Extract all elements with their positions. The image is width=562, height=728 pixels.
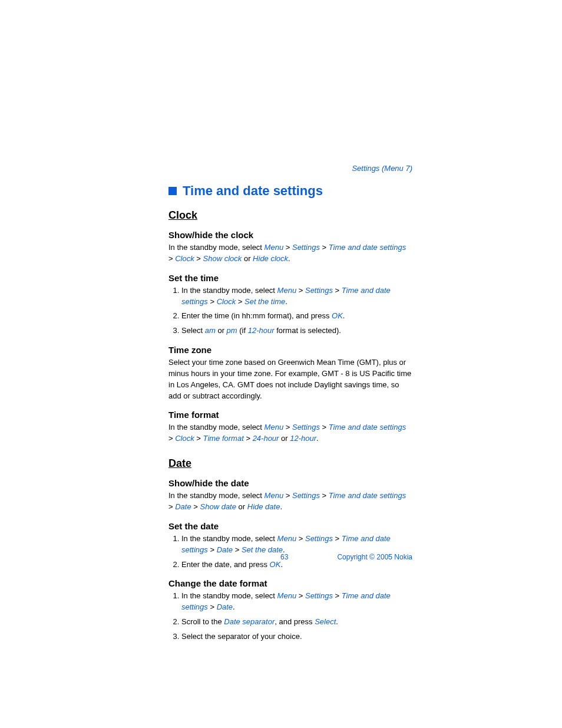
menu-path-item: Settings <box>292 491 320 500</box>
menu-path-item: Hide clock <box>253 254 288 263</box>
text: > <box>320 243 329 252</box>
text: . <box>336 617 338 626</box>
subheading-change-date-format: Change the date format <box>168 578 412 588</box>
text: or <box>216 326 227 335</box>
menu-path-item: Set the time <box>244 297 285 306</box>
text: > <box>208 602 217 611</box>
text: . <box>343 311 345 320</box>
subheading-show-hide-date: Show/hide the date <box>168 478 412 488</box>
text: > <box>296 534 305 543</box>
menu-path-item: Clock <box>217 297 236 306</box>
text: > <box>296 286 305 295</box>
text: (if <box>237 326 248 335</box>
subheading-show-hide-clock: Show/hide the clock <box>168 230 412 240</box>
text: Select <box>181 326 205 335</box>
subheading-time-format: Time format <box>168 410 412 420</box>
text: > <box>168 502 175 511</box>
menu-path-item: Time and date settings <box>329 491 406 500</box>
subheading-time-zone: Time zone <box>168 345 412 355</box>
text: > <box>168 254 175 263</box>
subheading-set-time: Set the time <box>168 273 412 283</box>
menu-path-item: Time and date settings <box>329 423 406 431</box>
menu-path-item: Clock <box>175 434 194 443</box>
text: > <box>320 423 329 431</box>
step-item: Select the separator of your choice. <box>181 631 412 643</box>
text: > <box>333 591 342 600</box>
step-item: In the standby mode, select Menu > Setti… <box>181 285 412 308</box>
steps-set-time: In the standby mode, select Menu > Setti… <box>168 285 412 337</box>
menu-path-item: Clock <box>175 254 194 263</box>
para-time-zone: Select your time zone based on Greenwich… <box>168 357 412 401</box>
menu-path-item: Time format <box>203 434 244 443</box>
step-item: In the standby mode, select Menu > Setti… <box>181 533 412 556</box>
menu-path-item: am <box>205 326 216 335</box>
menu-path-item: Settings <box>292 423 320 431</box>
menu-path-item: pm <box>227 326 237 335</box>
text: > <box>208 297 217 306</box>
text: . <box>233 602 235 611</box>
text: , and press <box>275 617 315 626</box>
text: > <box>191 502 200 511</box>
menu-path-item: 12-hour <box>248 326 275 335</box>
text: > <box>168 434 175 443</box>
steps-set-date: In the standby mode, select Menu > Setti… <box>168 533 412 571</box>
copyright-text: Copyright © 2005 Nokia <box>337 553 412 561</box>
text: In the standby mode, select <box>181 591 277 600</box>
menu-path-item: Settings <box>292 243 320 252</box>
section-heading-date: Date <box>168 457 412 470</box>
menu-path-item: Settings <box>305 286 333 295</box>
text: > <box>320 491 329 500</box>
document-page: Settings (Menu 7) Time and date settings… <box>0 0 562 643</box>
menu-path-item: Menu <box>265 491 284 500</box>
text: . <box>285 297 287 306</box>
menu-path-item: Select <box>315 617 336 626</box>
menu-path-item: Menu <box>277 534 297 543</box>
text: > <box>194 434 203 443</box>
page-footer: 63 Copyright © 2005 Nokia <box>168 553 412 561</box>
text: In the standby mode, select <box>168 243 265 252</box>
text: . <box>280 502 282 511</box>
para-show-hide-clock: In the standby mode, select Menu > Setti… <box>168 242 412 265</box>
text: > <box>236 297 244 306</box>
text: > <box>296 591 305 600</box>
page-title-row: Time and date settings <box>168 183 412 199</box>
text: > <box>283 423 292 431</box>
menu-path-item: Show clock <box>203 254 242 263</box>
menu-path-item: Menu <box>277 591 297 600</box>
text: . <box>288 254 290 263</box>
menu-path-item: Hide date <box>247 502 280 511</box>
page-title: Time and date settings <box>183 183 323 199</box>
bullet-square-icon <box>168 187 177 195</box>
text: > <box>194 254 203 263</box>
text: In the standby mode, select <box>168 491 265 500</box>
menu-path-item: 24-hour <box>253 434 279 443</box>
menu-path-item: Date <box>175 502 191 511</box>
menu-path-item: Menu <box>277 286 297 295</box>
text: or <box>242 254 253 263</box>
menu-path-item: Settings <box>305 534 333 543</box>
text: Scroll to the <box>181 617 224 626</box>
page-number: 63 <box>280 553 288 561</box>
menu-path-item: Menu <box>265 423 284 431</box>
text: > <box>333 286 342 295</box>
text: or <box>236 502 247 511</box>
text: > <box>244 434 253 443</box>
text: In the standby mode, select <box>181 534 277 543</box>
header-breadcrumb: Settings (Menu 7) <box>168 164 412 173</box>
section-heading-clock: Clock <box>168 209 412 222</box>
menu-path-item: Settings <box>305 591 333 600</box>
menu-path-item: Time and date settings <box>329 243 406 252</box>
menu-path-item: Show date <box>200 502 236 511</box>
menu-path-item: Date <box>217 602 233 611</box>
text: In the standby mode, select <box>181 286 277 295</box>
step-item: In the standby mode, select Menu > Setti… <box>181 591 412 613</box>
text: In the standby mode, select <box>168 423 265 431</box>
text: format is selected). <box>275 326 341 335</box>
text: . <box>316 434 319 443</box>
text: or <box>279 434 290 443</box>
text: > <box>283 243 292 252</box>
text: > <box>333 534 342 543</box>
menu-path-item: 12-hour <box>290 434 316 443</box>
text: Enter the time (in hh:mm format), and pr… <box>181 311 332 320</box>
step-item: Scroll to the Date separator, and press … <box>181 617 412 628</box>
